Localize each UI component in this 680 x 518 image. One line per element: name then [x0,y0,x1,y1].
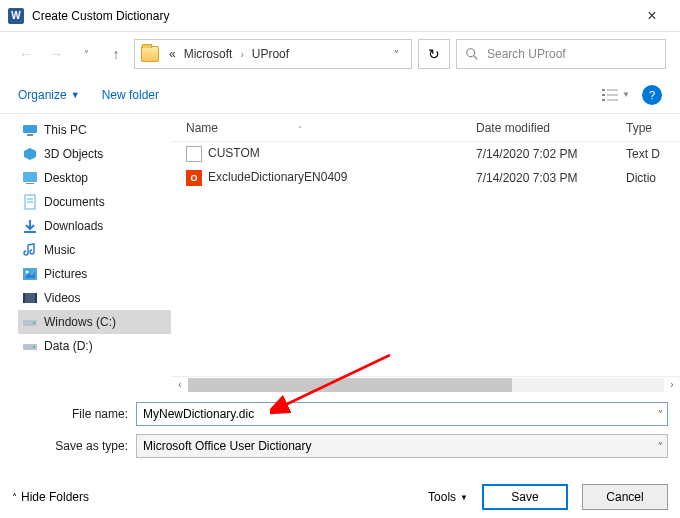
svg-rect-5 [607,94,618,96]
svg-rect-6 [602,99,605,101]
scroll-right-icon[interactable]: › [664,379,680,390]
address-bar[interactable]: « Microsoft › UProof ˅ [134,39,412,69]
tree-item-3d-objects[interactable]: 3D Objects [18,142,171,166]
chevron-right-icon: › [236,49,247,60]
svg-point-18 [26,271,29,274]
desktop-icon [22,170,38,186]
scroll-track[interactable] [188,378,664,392]
organize-menu[interactable]: Organize ▼ [18,88,80,102]
scroll-thumb[interactable] [188,378,512,392]
up-button[interactable]: ↑ [104,42,128,66]
address-dropdown[interactable]: ˅ [388,49,405,60]
file-list-area: Name˄ Date modified Type CUSTOM7/14/2020… [172,114,680,392]
help-button[interactable]: ? [642,85,662,105]
svg-rect-9 [27,134,33,136]
svg-point-0 [467,49,475,57]
bottom-fields: File name: MyNewDictionary.dic ˅ Save as… [0,392,680,458]
file-list[interactable]: CUSTOM7/14/2020 7:02 PMText DOExcludeDic… [172,142,680,376]
pc-icon [22,122,38,138]
tree-item-desktop[interactable]: Desktop [18,166,171,190]
chevron-down-icon: ▼ [71,90,80,100]
tree-item-downloads[interactable]: Downloads [18,214,171,238]
pic-icon [22,266,38,282]
tree-item-pictures[interactable]: Pictures [18,262,171,286]
office-file-icon: O [186,170,202,186]
forward-button[interactable]: → [44,42,68,66]
horizontal-scrollbar[interactable]: ‹ › [172,376,680,392]
save-button[interactable]: Save [482,484,568,510]
tree-item-music[interactable]: Music [18,238,171,262]
filename-row: File name: MyNewDictionary.dic ˅ [12,402,668,426]
tree-item-data-d-[interactable]: Data (D:) [18,334,171,358]
svg-marker-10 [24,148,36,160]
scroll-left-icon[interactable]: ‹ [172,379,188,390]
nav-bar: ← → ˅ ↑ « Microsoft › UProof ˅ ↻ Search … [0,32,680,76]
col-name[interactable]: Name˄ [172,121,462,135]
file-row[interactable]: CUSTOM7/14/2020 7:02 PMText D [172,142,680,166]
doc-icon [22,194,38,210]
svg-point-26 [33,346,35,348]
search-input[interactable]: Search UProof [456,39,666,69]
vid-icon [22,290,38,306]
svg-rect-11 [23,172,37,182]
col-type[interactable]: Type [612,121,672,135]
titlebar: W Create Custom Dictionary × [0,0,680,32]
svg-rect-21 [23,293,25,303]
sort-indicator-icon: ˄ [298,125,302,134]
chevron-down-icon: ▼ [622,90,630,99]
recent-dropdown[interactable]: ˅ [74,42,98,66]
chevron-down-icon[interactable]: ˅ [658,441,663,452]
file-name: CUSTOM [208,146,260,160]
search-placeholder: Search UProof [487,47,566,61]
svg-rect-4 [602,94,605,96]
tree-item-documents[interactable]: Documents [18,190,171,214]
saveastype-select[interactable]: Microsoft Office User Dictionary ˅ [136,434,668,458]
search-icon [465,47,479,61]
back-button[interactable]: ← [14,42,38,66]
svg-rect-3 [607,89,618,91]
toolbar: Organize ▼ New folder ▼ ? [0,76,680,114]
file-date: 7/14/2020 7:02 PM [462,147,612,161]
file-name: ExcludeDictionaryEN0409 [208,170,347,184]
word-app-icon: W [8,8,24,24]
drive-icon [22,314,38,330]
window-title: Create Custom Dictionary [32,9,632,23]
new-folder-button[interactable]: New folder [102,88,159,102]
svg-rect-12 [26,183,34,184]
svg-rect-8 [23,125,37,133]
refresh-button[interactable]: ↻ [418,39,450,69]
tools-menu[interactable]: Tools ▼ [428,490,468,504]
chevron-down-icon[interactable]: ˅ [658,409,663,420]
file-type: Dictio [612,171,672,185]
tree-item-this-pc[interactable]: This PC [18,118,171,142]
list-view-icon [602,88,618,102]
folder-icon [141,46,159,62]
down-icon [22,218,38,234]
svg-rect-7 [607,99,618,101]
view-mode-button[interactable]: ▼ [602,88,630,102]
drive-icon [22,338,38,354]
music-icon [22,242,38,258]
svg-point-24 [33,322,35,324]
chevron-up-icon: ˄ [12,492,17,503]
breadcrumb-prefix: « [165,47,180,61]
svg-line-1 [474,56,478,60]
filename-input[interactable]: MyNewDictionary.dic ˅ [136,402,668,426]
column-headers: Name˄ Date modified Type [172,114,680,142]
saveastype-row: Save as type: Microsoft Office User Dict… [12,434,668,458]
tree-item-videos[interactable]: Videos [18,286,171,310]
svg-rect-22 [35,293,37,303]
nav-tree[interactable]: This PC3D ObjectsDesktopDocumentsDownloa… [0,114,172,392]
breadcrumb-uproof[interactable]: UProof [248,47,293,61]
col-date[interactable]: Date modified [462,121,612,135]
tree-item-windows-c-[interactable]: Windows (C:) [18,310,171,334]
hide-folders-button[interactable]: ˄ Hide Folders [12,490,89,504]
file-row[interactable]: OExcludeDictionaryEN04097/14/2020 7:03 P… [172,166,680,190]
3d-icon [22,146,38,162]
svg-rect-20 [23,293,37,303]
chevron-down-icon: ▼ [460,493,468,502]
breadcrumb-microsoft[interactable]: Microsoft [180,47,237,61]
file-type: Text D [612,147,672,161]
close-button[interactable]: × [632,7,672,25]
cancel-button[interactable]: Cancel [582,484,668,510]
